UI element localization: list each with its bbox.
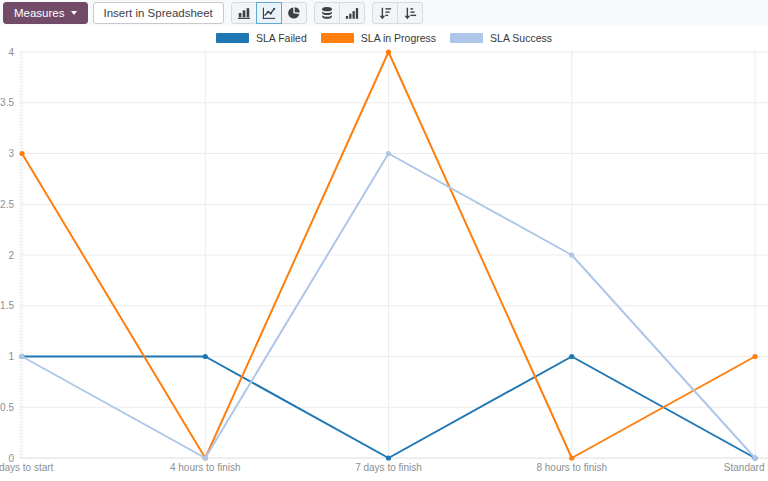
chevron-down-icon [71, 11, 77, 15]
svg-text:8 hours to finish: 8 hours to finish [536, 462, 607, 473]
legend-item-sla-failed[interactable]: SLA Failed [216, 32, 307, 44]
legend-swatch-sla-in-progress [321, 33, 354, 43]
legend-item-sla-in-progress[interactable]: SLA in Progress [321, 32, 436, 44]
svg-text:4: 4 [8, 47, 14, 58]
line-chart-icon [262, 6, 276, 20]
legend-label: SLA in Progress [361, 32, 436, 44]
svg-text:1.5: 1.5 [0, 300, 14, 311]
chart-option-button-group [314, 2, 365, 24]
chart-legend: SLA Failed SLA in Progress SLA Success [0, 31, 768, 45]
svg-text:3: 3 [8, 148, 14, 159]
chart-type-button-group [231, 2, 307, 24]
legend-swatch-sla-success [450, 33, 483, 43]
line-chart-button[interactable] [256, 2, 282, 24]
cumulative-button[interactable] [339, 2, 365, 24]
svg-text:4 hours to finish: 4 hours to finish [170, 462, 241, 473]
legend-label: SLA Success [490, 32, 552, 44]
sort-descending-icon [378, 6, 392, 20]
measures-button[interactable]: Measures [3, 2, 88, 24]
pie-chart-icon [287, 6, 301, 20]
cumulative-icon [345, 6, 359, 20]
svg-text:1: 1 [8, 351, 14, 362]
svg-text:2 days to start: 2 days to start [0, 462, 54, 473]
svg-text:2.5: 2.5 [0, 199, 14, 210]
graph-toolbar: Measures Insert in Spreadsheet [0, 0, 768, 26]
sort-descending-button[interactable] [372, 2, 398, 24]
svg-text:2: 2 [8, 250, 14, 261]
sort-button-group [372, 2, 423, 24]
svg-text:3.5: 3.5 [0, 97, 14, 108]
svg-text:Standard SLA: Standard SLA [724, 462, 768, 473]
insert-in-spreadsheet-label: Insert in Spreadsheet [104, 7, 213, 19]
pie-chart-button[interactable] [281, 2, 307, 24]
legend-swatch-sla-failed [216, 33, 249, 43]
measures-button-label: Measures [14, 7, 65, 19]
insert-in-spreadsheet-button[interactable]: Insert in Spreadsheet [93, 2, 224, 24]
stacked-icon [320, 6, 334, 20]
legend-item-sla-success[interactable]: SLA Success [450, 32, 552, 44]
graph-view: 00.511.522.533.542 days to start4 hours … [0, 0, 768, 481]
svg-text:0.5: 0.5 [0, 402, 14, 413]
bar-chart-icon [237, 6, 251, 20]
bar-chart-button[interactable] [231, 2, 257, 24]
svg-text:7 days to finish: 7 days to finish [355, 462, 422, 473]
stacked-button[interactable] [314, 2, 340, 24]
sort-ascending-button[interactable] [397, 2, 423, 24]
sort-ascending-icon [403, 6, 417, 20]
line-chart-canvas: 00.511.522.533.542 days to start4 hours … [0, 0, 768, 481]
legend-label: SLA Failed [256, 32, 307, 44]
